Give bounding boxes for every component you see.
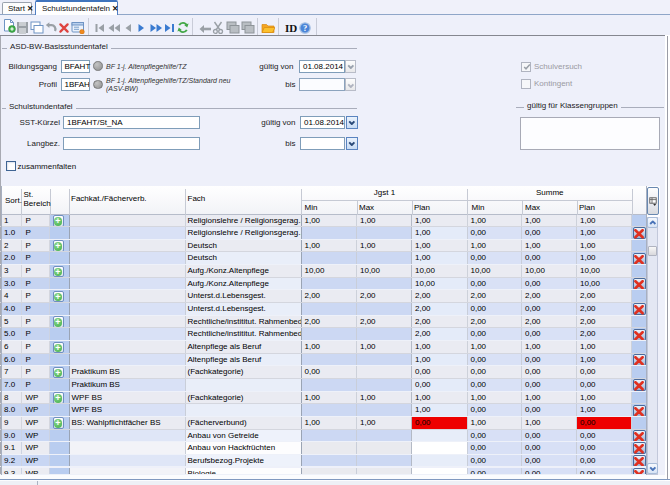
svg-text:?: ? <box>303 23 307 33</box>
